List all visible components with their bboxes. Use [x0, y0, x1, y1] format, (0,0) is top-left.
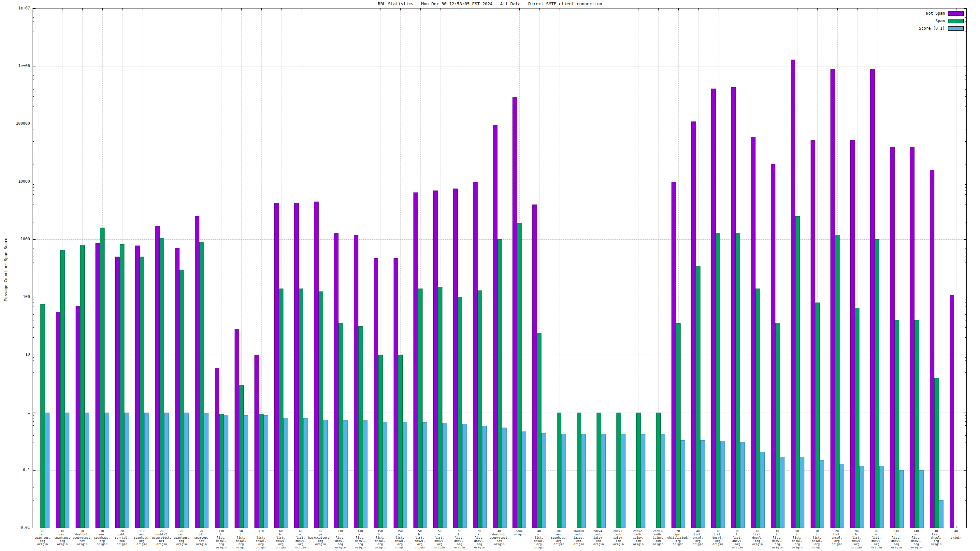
bar-not-spam-24 — [512, 97, 517, 528]
bar-spam-36 — [756, 289, 760, 528]
y-minor-tick — [33, 79, 34, 79]
bar-spam-45 — [934, 378, 939, 528]
bar-spam-20 — [438, 287, 442, 528]
bar-not-spam-37 — [771, 164, 775, 528]
legend: Not Spam Spam Score (0,1) — [919, 11, 964, 30]
legend-label-score: Score (0,1) — [919, 26, 945, 30]
y-minor-tick-right — [965, 511, 966, 511]
x-major-tick-top — [400, 8, 401, 10]
bar-score-0 — [45, 413, 49, 528]
bar-score-16 — [363, 421, 368, 528]
bar-score-30 — [641, 434, 645, 528]
y-minor-tick-right — [965, 479, 966, 480]
bar-score-1 — [65, 413, 69, 528]
bar-spam-28 — [597, 413, 601, 528]
bar-spam-22 — [477, 291, 482, 528]
y-minor-tick — [33, 245, 34, 245]
bar-score-5 — [144, 413, 149, 528]
y-minor-tick — [33, 385, 34, 385]
x-major-tick-top — [281, 8, 282, 10]
bar-spam-3 — [100, 228, 105, 528]
bar-spam-12 — [279, 289, 283, 528]
y-minor-tick-right — [965, 453, 966, 453]
x-major-tick-top — [758, 8, 758, 10]
bar-not-spam-18 — [394, 258, 398, 528]
bar-score-32 — [681, 440, 685, 528]
bar-score-38 — [800, 457, 804, 528]
y-minor-tick — [33, 511, 34, 511]
y-minor-tick-right — [965, 252, 966, 252]
bar-spam-18 — [398, 355, 402, 528]
bar-score-36 — [760, 452, 765, 528]
bar-score-15 — [343, 420, 348, 528]
bar-score-6 — [164, 413, 169, 528]
y-minor-tick-right — [965, 222, 966, 222]
y-major-tick — [33, 66, 35, 67]
legend-entry-not-spam: Not Spam — [926, 11, 964, 16]
bar-spam-1 — [60, 250, 65, 528]
y-minor-tick — [33, 75, 34, 76]
y-minor-tick-right — [965, 127, 966, 127]
y-minor-tick-right — [965, 368, 966, 368]
legend-swatch-score — [948, 26, 964, 30]
bar-score-39 — [820, 460, 824, 528]
bar-spam-31 — [656, 413, 661, 528]
bar-spam-32 — [676, 323, 681, 528]
bar-not-spam-23 — [493, 125, 498, 528]
bar-spam-26 — [557, 413, 562, 528]
y-minor-tick — [33, 310, 34, 310]
y-minor-tick-right — [965, 300, 966, 300]
x-major-tick-top — [83, 8, 83, 10]
y-minor-tick — [33, 212, 34, 212]
y-minor-tick-right — [965, 385, 966, 385]
x-tick-label: 40 t. origin — [943, 529, 969, 539]
bar-not-spam-19 — [414, 192, 418, 528]
bar-spam-44 — [915, 320, 919, 528]
bar-not-spam-44 — [910, 147, 915, 528]
y-minor-tick — [33, 306, 34, 306]
x-major-tick-top — [599, 8, 599, 10]
y-major-tick-right — [964, 239, 966, 240]
bar-not-spam-14 — [314, 202, 319, 528]
bar-spam-19 — [418, 289, 423, 528]
y-minor-tick-right — [965, 500, 966, 500]
bar-spam-6 — [160, 238, 164, 528]
y-major-tick — [33, 528, 35, 528]
bar-score-45 — [939, 500, 943, 528]
bar-not-spam-7 — [175, 248, 180, 528]
bar-score-35 — [740, 442, 745, 528]
bar-spam-10 — [239, 385, 244, 528]
y-minor-tick-right — [965, 242, 966, 242]
y-major-tick — [33, 297, 35, 297]
x-major-tick-top — [142, 8, 142, 10]
y-minor-tick-right — [965, 84, 966, 84]
y-major-tick-right — [964, 182, 966, 182]
x-major-tick-top — [579, 8, 579, 10]
y-major-tick — [33, 413, 35, 413]
bar-spam-30 — [636, 413, 641, 528]
y-minor-tick — [33, 199, 34, 199]
x-major-tick-top — [261, 8, 262, 10]
bar-not-spam-21 — [453, 189, 458, 528]
y-tick-label: 100000 — [0, 121, 30, 126]
bar-spam-17 — [378, 355, 383, 528]
y-minor-tick-right — [965, 205, 966, 205]
y-minor-tick-right — [965, 314, 966, 314]
bar-score-20 — [442, 423, 447, 528]
y-minor-tick — [33, 270, 34, 270]
y-minor-tick — [33, 453, 34, 453]
y-minor-tick-right — [965, 191, 966, 191]
y-minor-tick — [33, 425, 34, 426]
bar-spam-42 — [875, 239, 879, 528]
y-minor-tick-right — [965, 327, 966, 328]
bar-spam-16 — [358, 326, 363, 528]
bar-score-22 — [482, 426, 487, 528]
y-tick-label: 1000 — [0, 237, 30, 241]
x-major-tick-top — [43, 8, 43, 10]
bar-score-26 — [562, 434, 566, 528]
bar-spam-41 — [855, 308, 859, 528]
y-minor-tick-right — [965, 133, 966, 133]
y-minor-tick — [33, 141, 34, 142]
y-minor-tick-right — [965, 71, 966, 72]
y-minor-tick — [33, 187, 34, 187]
